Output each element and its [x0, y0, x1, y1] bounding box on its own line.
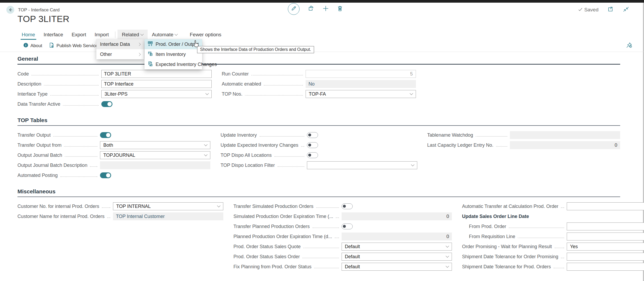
dotted-leader	[554, 268, 564, 268]
dotted-leader	[336, 217, 339, 218]
share-button[interactable]	[307, 5, 314, 13]
collapse-icon	[623, 6, 629, 13]
field-transfer-output: Transfer Output	[17, 131, 210, 139]
field-customer-name-internal: Customer Name for internal Prod. Orders …	[17, 212, 223, 220]
dotted-leader	[50, 95, 99, 96]
code-input[interactable]	[101, 70, 212, 78]
transfer-planned-prod-orders-toggle[interactable]	[342, 224, 353, 229]
field-from-prod-order: From Prod. Order	[462, 222, 644, 230]
top-dispo-location-filter-select[interactable]	[307, 161, 417, 169]
fix-planning-from-prod-order-status-select[interactable]: Default	[342, 263, 452, 271]
field-last-capacity-ledger-entry-no: Last Capacity Ledger Entry No. 0	[427, 141, 620, 149]
field-output-journal-batch: Output Journal Batch TOPJOURNAL	[17, 151, 210, 159]
dotted-leader	[509, 228, 564, 228]
tab-home[interactable]: Home	[17, 30, 39, 40]
automated-posting-toggle[interactable]	[100, 172, 111, 178]
output-journal-batch-select[interactable]: TOPJOURNAL	[100, 151, 210, 159]
field-order-promising-wait: Order Promising - Wait for Planning Resu…	[462, 243, 644, 251]
about-button[interactable]: About	[23, 43, 42, 49]
save-status-area: Saved	[578, 6, 629, 13]
edit-pencil-icon	[291, 6, 297, 12]
checkmark-icon	[578, 7, 583, 13]
top-nos-select[interactable]: TOP-FA	[306, 90, 416, 98]
simulated-prod-order-expiration-value: 0	[342, 212, 452, 220]
chevron-down-icon	[446, 254, 449, 258]
field-tablename-watchdog: Tablename Watchdog	[427, 131, 620, 139]
unpin-button[interactable]	[626, 42, 632, 49]
menu-item-other[interactable]: Other	[96, 49, 144, 59]
field-transfer-simulated-prod-orders: Transfer Simulated Production Orders	[233, 202, 452, 210]
dotted-leader	[63, 105, 99, 106]
dotted-leader	[65, 156, 97, 157]
unpin-icon	[626, 44, 632, 49]
chevron-down-icon	[410, 92, 413, 95]
dotted-leader	[245, 95, 303, 96]
dotted-leader	[60, 176, 97, 177]
prod-order-status-sales-order-select[interactable]: Default	[342, 253, 452, 261]
data-transfer-active-toggle[interactable]	[101, 101, 112, 107]
update-inventory-toggle[interactable]	[307, 132, 318, 138]
automatic-transfer-at-calculation-select[interactable]	[567, 202, 644, 210]
dotted-leader	[518, 238, 564, 238]
chevron-down-icon	[446, 244, 449, 248]
edit-button[interactable]	[288, 3, 300, 15]
field-update-inventory: Update Inventory	[220, 131, 417, 139]
shipment-date-tolerance-prod-orders-input[interactable]	[567, 263, 644, 271]
dotted-leader	[561, 258, 564, 258]
collapse-button[interactable]	[623, 6, 629, 13]
tab-interface[interactable]: Interface	[39, 30, 67, 40]
menu-divider	[115, 32, 115, 38]
field-customer-no-internal: Customer No. for internal Prod. Orders T…	[17, 202, 223, 210]
fewer-options-button[interactable]: Fewer options	[185, 30, 225, 40]
chevron-down-icon	[411, 163, 414, 166]
automatic-enabled-value: No	[306, 80, 416, 88]
customer-no-internal-select[interactable]: TOP INTERNAL	[113, 202, 223, 210]
description-input[interactable]	[101, 80, 212, 88]
field-code: Code	[17, 70, 212, 78]
dotted-leader	[90, 166, 97, 167]
delete-button[interactable]	[337, 5, 343, 13]
menu-item-expected-inventory-changes[interactable]: Expected Inventory Changes	[144, 59, 202, 69]
chevron-down-icon	[204, 143, 208, 146]
breadcrumb[interactable]: TOP - Interface Card	[18, 7, 60, 13]
transfer-simulated-prod-orders-toggle[interactable]	[342, 203, 353, 209]
field-shipment-date-tolerance-prod-orders: Shipment Date Tolerance for Prod. Orders	[462, 263, 644, 271]
section-title-miscellaneous[interactable]: Miscellaneous	[17, 188, 620, 197]
field-interface-type: Interface Type 3Liter-PPS	[17, 90, 212, 98]
section-title-top-tables[interactable]: TOP Tables	[17, 117, 620, 126]
tab-import[interactable]: Import	[90, 30, 113, 40]
publish-web-services-icon	[49, 42, 54, 49]
dotted-leader	[260, 136, 304, 137]
prod-order-status-sales-quote-select[interactable]: Default	[342, 243, 452, 251]
tab-export[interactable]: Export	[67, 30, 90, 40]
cursor-pointer	[192, 40, 200, 49]
dotted-leader	[44, 85, 99, 86]
top-dispo-all-locations-toggle[interactable]	[307, 152, 318, 158]
chevron-down-icon	[446, 264, 449, 268]
publish-web-services-button[interactable]: Publish Web Services	[49, 42, 100, 49]
update-expected-inventory-changes-toggle[interactable]	[307, 142, 318, 148]
field-planned-prod-order-expiration: Planned Production Order Expiration Time…	[233, 233, 452, 240]
menu-item-interface-data[interactable]: Interface Data	[96, 39, 144, 49]
customer-name-internal-value: TOP Internal Customer	[113, 212, 223, 220]
new-button[interactable]	[322, 5, 329, 13]
record-actions	[288, 3, 343, 15]
top-tables-section: Transfer Output Transfer Output from Bot…	[17, 131, 620, 181]
page-title: TOP 3LITER	[17, 14, 69, 24]
back-button[interactable]	[6, 6, 14, 14]
tab-related[interactable]: Related	[117, 30, 148, 40]
field-top-dispo-all-locations: TOP Dispo All Locations	[220, 151, 417, 159]
transfer-output-toggle[interactable]	[100, 132, 111, 138]
tab-automate[interactable]: Automate	[148, 30, 182, 40]
order-promising-wait-select[interactable]: Yes	[567, 243, 644, 251]
from-requisition-line-select[interactable]	[567, 233, 644, 240]
from-prod-order-select[interactable]	[567, 222, 644, 230]
open-in-window-button[interactable]	[607, 6, 614, 13]
field-transfer-output-from: Transfer Output from Both	[17, 141, 210, 149]
menu-item-item-inventory[interactable]: Item Inventory	[144, 49, 202, 59]
ribbon-menu: Home Interface Export Import Related Aut…	[17, 30, 644, 40]
transfer-output-from-select[interactable]: Both	[100, 141, 210, 149]
field-prod-order-status-sales-order: Prod. Order Status Sales Order Default	[233, 253, 452, 261]
interface-type-select[interactable]: 3Liter-PPS	[101, 90, 212, 98]
shipment-date-tolerance-order-promising-input[interactable]	[567, 253, 644, 261]
